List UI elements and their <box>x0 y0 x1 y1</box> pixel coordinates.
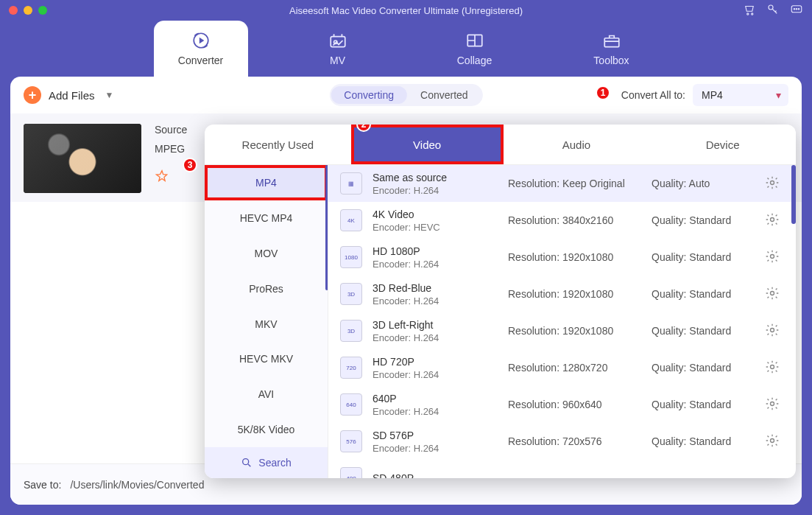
format-mp4[interactable]: MP4 <box>205 165 328 200</box>
preset-resolution: Resolution: 1280x720 <box>508 362 641 374</box>
preset-row[interactable]: 1080HD 1080PEncoder: H.264Resolution: 19… <box>328 239 796 276</box>
preset-icon: 640 <box>340 393 362 416</box>
preset-encoder: Encoder: H.264 <box>373 332 498 343</box>
preset-row[interactable]: 3D3D Red-BlueEncoder: H.264Resolution: 1… <box>328 276 796 312</box>
svg-point-16 <box>771 254 774 258</box>
minimize-window-button[interactable] <box>24 6 32 15</box>
preset-quality: Quality: Standard <box>652 251 755 263</box>
preset-quality: Quality: Standard <box>652 362 755 374</box>
preset-settings-button[interactable] <box>765 175 784 192</box>
tab-mv[interactable]: MV <box>291 21 385 77</box>
preset-resolution: Resolution: 3840x2160 <box>508 214 641 226</box>
poptab-device[interactable]: Device <box>649 125 796 164</box>
svg-point-0 <box>747 13 749 14</box>
zoom-window-button[interactable] <box>38 6 47 15</box>
format-hevc-mp4[interactable]: HEVC MP4 <box>205 200 328 236</box>
preset-list[interactable]: ▦Same as sourceEncoder: H.264Resolution:… <box>328 165 796 478</box>
preset-encoder: Encoder: H.264 <box>373 295 498 306</box>
svg-point-5 <box>796 8 797 10</box>
preset-settings-button[interactable] <box>765 212 784 229</box>
format-avi[interactable]: AVI <box>205 376 328 412</box>
svg-point-17 <box>771 291 774 295</box>
preset-encoder: Encoder: H.264 <box>373 259 498 270</box>
format-5k8k[interactable]: 5K/8K Video <box>205 412 328 447</box>
poptab-audio[interactable]: Audio <box>504 125 650 164</box>
format-search[interactable]: Search <box>205 447 328 478</box>
output-format-value: MP4 <box>702 89 723 101</box>
preset-title: 3D Red-Blue <box>373 282 498 294</box>
preset-resolution: Resolution: 1920x1080 <box>508 251 641 263</box>
preset-icon: 576 <box>340 430 362 452</box>
format-mov[interactable]: MOV <box>205 236 328 271</box>
preset-quality: Quality: Auto <box>652 178 755 189</box>
preset-row[interactable]: 720HD 720PEncoder: H.264Resolution: 1280… <box>328 349 796 386</box>
save-path[interactable]: /Users/link/Movies/Converted <box>70 479 204 491</box>
preset-icon: 4K <box>340 209 362 231</box>
svg-point-4 <box>794 8 795 10</box>
format-prores[interactable]: ProRes <box>205 271 328 306</box>
preset-row[interactable]: 480SD 480P <box>328 460 796 478</box>
effects-icon[interactable] <box>155 169 169 186</box>
preset-row[interactable]: 640640PEncoder: H.264Resolution: 960x640… <box>328 386 796 423</box>
tab-converting[interactable]: Converting <box>331 86 407 104</box>
tab-toolbox-label: Toolbox <box>593 55 629 66</box>
video-thumbnail[interactable] <box>24 124 141 193</box>
preset-title: Same as source <box>373 172 498 183</box>
svg-marker-8 <box>199 38 204 44</box>
source-label: Source <box>155 124 187 136</box>
preset-settings-button[interactable] <box>765 433 784 450</box>
preset-settings-button[interactable] <box>765 396 784 413</box>
annotation-3: 3 <box>183 158 197 172</box>
plus-icon: + <box>24 86 41 104</box>
preset-settings-button[interactable] <box>765 286 784 303</box>
format-list[interactable]: MP4 HEVC MP4 MOV ProRes MKV HEVC MKV AVI… <box>205 165 328 478</box>
preset-row[interactable]: 576SD 576PEncoder: H.264Resolution: 720x… <box>328 423 796 460</box>
preset-icon: 3D <box>340 320 362 342</box>
preset-icon: 480 <box>340 467 362 478</box>
tab-converter[interactable]: Converter <box>154 21 248 77</box>
svg-point-6 <box>798 8 799 10</box>
tab-converted[interactable]: Converted <box>407 86 481 104</box>
preset-settings-button[interactable] <box>765 360 784 376</box>
tab-toolbox[interactable]: Toolbox <box>565 21 659 77</box>
toolbox-icon <box>602 31 621 50</box>
svg-point-14 <box>771 181 774 184</box>
search-icon <box>241 457 253 469</box>
preset-scrollbar[interactable] <box>791 165 796 224</box>
preset-resolution: Resolution: 720x576 <box>508 435 641 447</box>
svg-point-2 <box>769 5 773 10</box>
preset-icon: 1080 <box>340 246 362 268</box>
convert-all-to-label: Convert All to: <box>621 89 685 101</box>
add-files-button[interactable]: + Add Files ▼ <box>24 86 113 104</box>
toolbar: + Add Files ▼ Converting Converted Conve… <box>10 77 802 113</box>
cart-icon[interactable] <box>743 3 756 18</box>
key-icon[interactable] <box>766 3 780 18</box>
preset-quality: Quality: Standard <box>652 214 755 226</box>
preset-row[interactable]: ▦Same as sourceEncoder: H.264Resolution:… <box>328 165 796 202</box>
poptab-recent[interactable]: Recently Used <box>205 125 351 164</box>
output-format-select[interactable]: MP4 <box>693 84 788 106</box>
feedback-icon[interactable] <box>790 3 803 18</box>
svg-point-13 <box>243 459 249 465</box>
tab-collage[interactable]: Collage <box>428 21 522 77</box>
chevron-down-icon[interactable]: ▼ <box>105 90 114 100</box>
format-mkv[interactable]: MKV <box>205 306 328 342</box>
preset-encoder: Encoder: H.264 <box>373 185 498 196</box>
format-popover: Recently Used Video Audio Device MP4 HEV… <box>205 125 796 478</box>
close-window-button[interactable] <box>9 6 18 15</box>
preset-row[interactable]: 4K4K VideoEncoder: HEVCResolution: 3840x… <box>328 202 796 239</box>
svg-point-20 <box>771 402 774 405</box>
preset-settings-button[interactable] <box>765 323 784 340</box>
preset-resolution: Resolution: 1920x1080 <box>508 288 641 300</box>
popover-tabs: Recently Used Video Audio Device <box>205 125 796 164</box>
format-hevc-mkv[interactable]: HEVC MKV <box>205 341 328 376</box>
preset-quality: Quality: Standard <box>652 325 755 337</box>
preset-row[interactable]: 3D3D Left-RightEncoder: H.264Resolution:… <box>328 312 796 349</box>
svg-rect-3 <box>791 5 802 12</box>
preset-title: HD 720P <box>373 356 498 368</box>
preset-settings-button[interactable] <box>765 249 784 266</box>
preset-title: 3D Left-Right <box>373 319 498 331</box>
codec-line: MPEG <box>155 143 187 155</box>
preset-quality: Quality: Standard <box>652 435 755 447</box>
poptab-video[interactable]: Video <box>351 125 504 164</box>
